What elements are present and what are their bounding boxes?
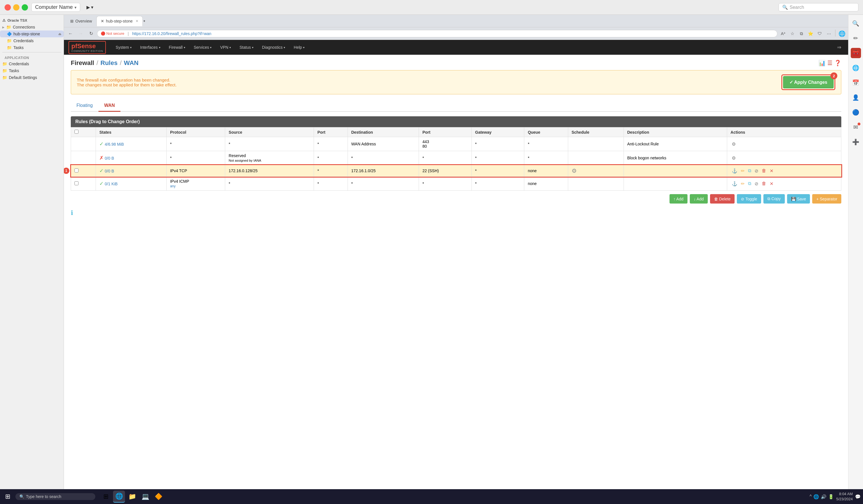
taskbar-app-edge[interactable]: 🌐 [113, 491, 125, 503]
row1-action-icons: ⚙ [730, 141, 838, 147]
row1-states-link[interactable]: 4/6.98 MiB [105, 142, 124, 146]
taskbar-chevron-icon[interactable]: ^ [810, 494, 812, 499]
reload-button[interactable]: ↻ [87, 29, 95, 38]
right-globe-icon[interactable]: 🌐 [851, 63, 861, 73]
taskbar-app-explorer[interactable]: 📁 [126, 491, 138, 503]
start-button[interactable]: ⊞ [2, 491, 13, 502]
breadcrumb-wan[interactable]: WAN [124, 59, 138, 67]
nav-firewall[interactable]: Firewall ▾ [165, 43, 189, 52]
row3-copy-icon[interactable]: ⧉ [747, 168, 752, 174]
row3-anchor-icon[interactable]: ⚓ [730, 168, 739, 174]
nav-system[interactable]: System ▾ [112, 43, 136, 52]
row4-checkbox[interactable] [75, 181, 78, 185]
minimize-window-button[interactable] [13, 4, 20, 11]
tab-floating[interactable]: Floating [71, 100, 99, 112]
delete-button[interactable]: 🗑 Delete [710, 194, 735, 204]
edge-icon[interactable]: 🌐 [838, 30, 846, 38]
sidebar-item-hub-step-stone[interactable]: 🔷 hub-step-stone ⏏ [0, 30, 64, 37]
sidebar-item-credentials-app[interactable]: 📁 Credentials [0, 61, 64, 67]
sidebar-item-credentials-top[interactable]: 📁 Credentials [0, 37, 64, 44]
tab-hub-step-stone[interactable]: ✕ hub-step-stone ✕ [97, 16, 142, 26]
row4-delete-icon[interactable]: 🗑 [761, 180, 767, 187]
mac-search-bar[interactable]: 🔍 Search [778, 3, 859, 11]
nav-vpn[interactable]: VPN ▾ [216, 43, 235, 52]
copy-button[interactable]: ⧉ Copy [763, 194, 785, 204]
select-all-checkbox[interactable] [75, 130, 78, 134]
close-window-button[interactable] [4, 4, 11, 11]
nav-interfaces[interactable]: Interfaces ▾ [136, 43, 164, 52]
back-button[interactable]: ← [66, 29, 75, 38]
tab-overview[interactable]: ⊞ Overview [66, 16, 96, 26]
url-bar[interactable]: 🔴 Not secure | https://172.16.0.20/firew… [97, 30, 777, 37]
row4-anchor-icon[interactable]: ⚓ [730, 180, 739, 187]
row2-gear-icon[interactable]: ⚙ [730, 155, 737, 161]
toggle-button[interactable]: ⊘ Toggle [737, 194, 761, 204]
sidebar-item-tasks-app[interactable]: 📁 Tasks [0, 67, 64, 74]
row3-action-icons: ⚓ ✏ ⧉ ⊘ 🗑 ✕ [730, 168, 838, 174]
row4-prohibit-icon[interactable]: ⊘ [753, 180, 760, 187]
row3-edit-icon[interactable]: ✏ [740, 168, 746, 174]
logout-button[interactable]: ⇒ [835, 42, 843, 53]
tab-close-icon[interactable]: ✕ [136, 19, 138, 23]
read-aloud-button[interactable]: Aᵃ [779, 30, 787, 38]
row3-close-icon[interactable]: ✕ [768, 168, 775, 174]
taskbar-battery-icon[interactable]: 🔋 [828, 494, 834, 500]
breadcrumb-rules[interactable]: Rules [100, 59, 117, 67]
row4-close-icon[interactable]: ✕ [768, 180, 775, 187]
taskbar-app-view[interactable]: ⊞ [100, 491, 112, 503]
right-user-icon[interactable]: 👤 [851, 92, 861, 103]
maximize-window-button[interactable] [22, 4, 28, 11]
separator-button[interactable]: + Separator [812, 194, 841, 204]
more-button[interactable]: ⋯ [825, 30, 833, 38]
bookmark-button[interactable]: ☆ [788, 30, 796, 38]
nav-help[interactable]: Help ▾ [290, 43, 309, 52]
sidebar-item-default-settings[interactable]: 📁 Default Settings [0, 74, 64, 81]
add-up-button[interactable]: ↑ Add [670, 194, 688, 204]
taskbar-search[interactable]: 🔍 Type here to search [15, 493, 95, 500]
taskbar-app-orange[interactable]: 🔶 [152, 491, 164, 503]
row2-states-link[interactable]: 0/0 B [105, 156, 114, 160]
nav-services[interactable]: Services ▾ [190, 43, 216, 52]
play-button[interactable]: ▶ ▾ [84, 3, 96, 11]
right-edit-icon[interactable]: ✏ [851, 33, 861, 43]
tab-wan[interactable]: WAN [99, 100, 121, 112]
save-button[interactable]: 💾 Save [787, 194, 810, 204]
th-destination: Destination [348, 127, 419, 137]
nav-diagnostics[interactable]: Diagnostics ▾ [258, 43, 289, 52]
add-down-button[interactable]: ↓ Add [690, 194, 708, 204]
right-calendar-icon[interactable]: 📅 [851, 78, 861, 88]
right-add-icon[interactable]: ➕ [851, 137, 861, 147]
taskbar-app-terminal[interactable]: 💻 [139, 491, 151, 503]
sidebar-item-tasks-top[interactable]: 📁 Tasks [0, 44, 64, 51]
right-search-icon[interactable]: 🔍 [851, 18, 861, 28]
apply-changes-button[interactable]: ✓ Apply Changes [783, 76, 834, 88]
row3-checkbox[interactable] [75, 168, 78, 172]
list-icon[interactable]: ☰ [827, 60, 833, 66]
right-tools-icon[interactable]: 🧰 [851, 48, 861, 58]
new-tab-button[interactable]: + [143, 19, 146, 23]
taskbar-notification-icon[interactable]: 💬 [855, 494, 861, 500]
right-blue-icon[interactable]: 🔵 [851, 107, 861, 117]
play-icon: ▶ [86, 4, 90, 10]
computer-name-selector[interactable]: Computer Name ▾ [32, 3, 80, 12]
row1-gear-icon[interactable]: ⚙ [730, 141, 737, 147]
row4-any-link[interactable]: any [170, 184, 175, 188]
forward-button[interactable]: → [76, 29, 85, 38]
favorites-button[interactable]: ⭐ [806, 30, 814, 38]
row4-copy-icon[interactable]: ⧉ [747, 180, 752, 187]
split-view-button[interactable]: ⧉ [797, 30, 805, 38]
row3-delete-icon[interactable]: 🗑 [761, 168, 767, 174]
row3-states-link[interactable]: 0/0 B [105, 169, 114, 173]
info-icon[interactable]: ℹ [71, 209, 841, 217]
row4-edit-icon[interactable]: ✏ [740, 180, 746, 187]
extensions-button[interactable]: 🛡 [816, 30, 824, 38]
row3-prohibit-icon[interactable]: ⊘ [753, 168, 760, 174]
taskbar-network-icon[interactable]: 🌐 [813, 494, 819, 500]
row4-states-link[interactable]: 0/1 KiB [105, 182, 117, 186]
taskbar-sound-icon[interactable]: 🔊 [821, 494, 826, 500]
right-mail-icon[interactable]: ✉ [851, 122, 861, 132]
chart-icon[interactable]: 📊 [818, 60, 826, 66]
help-icon[interactable]: ❓ [834, 60, 841, 66]
nav-status[interactable]: Status ▾ [236, 43, 258, 52]
sidebar-item-connections[interactable]: ▶ 📁 Connections [0, 24, 64, 30]
